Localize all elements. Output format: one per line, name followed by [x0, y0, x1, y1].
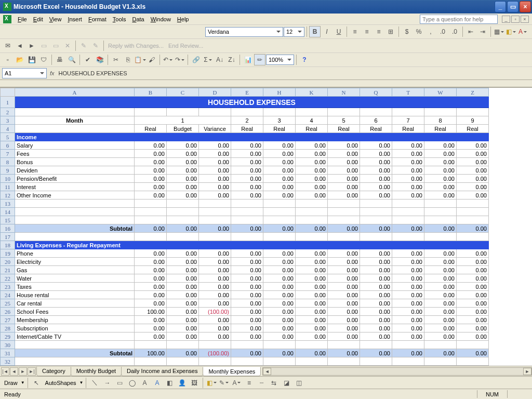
cell[interactable]: Interest — [15, 183, 135, 191]
cell[interactable]: 0.00 — [231, 191, 263, 200]
cell[interactable]: 0.00 — [392, 274, 424, 283]
cell[interactable]: 0.00 — [457, 332, 489, 341]
cell[interactable]: 0.00 — [360, 249, 392, 258]
cell[interactable]: 0.00 — [457, 158, 489, 166]
cell[interactable]: 0.00 — [263, 308, 296, 316]
cell[interactable]: 0.00 — [424, 349, 457, 357]
cell[interactable]: HOUSEHOLD EXPENSES — [15, 97, 489, 108]
bold-button[interactable]: B — [309, 26, 321, 37]
cell[interactable]: Real — [296, 125, 328, 133]
row-header[interactable]: 22 — [1, 274, 15, 283]
row-header[interactable]: 6 — [1, 141, 15, 150]
cell[interactable]: 0.00 — [199, 258, 231, 266]
cell[interactable]: 0.00 — [199, 224, 231, 233]
cell[interactable]: Living Expenses - Regular Repayment — [15, 241, 489, 249]
cell[interactable]: Deviden — [15, 166, 135, 175]
cell[interactable] — [424, 357, 457, 366]
cell[interactable] — [392, 357, 424, 366]
column-header[interactable]: C — [167, 88, 199, 97]
cell[interactable] — [457, 108, 489, 116]
row-header[interactable]: 28 — [1, 324, 15, 332]
row-header[interactable]: 23 — [1, 283, 15, 291]
cell[interactable]: 0.00 — [167, 191, 199, 200]
cell[interactable]: 0.00 — [328, 308, 360, 316]
cell[interactable]: 0.00 — [167, 266, 199, 274]
formula-value[interactable]: HOUSEHOLD EXPENSES — [58, 69, 530, 77]
cell[interactable]: 0.00 — [392, 349, 424, 357]
cell[interactable]: 0.00 — [167, 274, 199, 283]
cell[interactable]: 0.00 — [392, 150, 424, 158]
cell[interactable]: 0.00 — [135, 191, 167, 200]
cell[interactable]: 0.00 — [135, 266, 167, 274]
cell[interactable]: 0.00 — [135, 175, 167, 183]
cell[interactable] — [328, 216, 360, 224]
cell[interactable]: 0.00 — [392, 191, 424, 200]
cell[interactable]: 0.00 — [167, 166, 199, 175]
diagram-button[interactable]: ◧ — [164, 377, 175, 389]
cell[interactable] — [231, 200, 263, 208]
cell[interactable]: 0.00 — [457, 183, 489, 191]
cell[interactable] — [328, 341, 360, 349]
cell[interactable]: 0.00 — [167, 316, 199, 324]
cell[interactable]: 0.00 — [263, 274, 296, 283]
cell[interactable] — [424, 233, 457, 241]
cell[interactable]: 0.00 — [360, 166, 392, 175]
cell[interactable]: 0.00 — [392, 141, 424, 150]
cell[interactable]: 0.00 — [167, 183, 199, 191]
cell[interactable]: 0.00 — [296, 175, 328, 183]
cell[interactable]: 0.00 — [392, 316, 424, 324]
row-header[interactable]: 4 — [1, 125, 15, 133]
cell[interactable]: 0.00 — [296, 166, 328, 175]
font-color-button[interactable]: A — [517, 26, 528, 37]
sheet-tab[interactable]: Category — [36, 367, 71, 376]
cell[interactable]: 0.00 — [231, 349, 263, 357]
cell[interactable]: 5 — [328, 116, 360, 125]
cell[interactable]: 0.00 — [135, 324, 167, 332]
cell[interactable] — [263, 208, 296, 216]
cell[interactable]: 0.00 — [231, 266, 263, 274]
cell[interactable] — [167, 200, 199, 208]
cell[interactable]: 0.00 — [360, 158, 392, 166]
cell[interactable] — [135, 200, 167, 208]
cell[interactable]: Salary — [15, 141, 135, 150]
cell[interactable] — [231, 108, 263, 116]
cell[interactable] — [296, 108, 328, 116]
cell[interactable]: 0.00 — [392, 332, 424, 341]
cell[interactable] — [135, 341, 167, 349]
cell[interactable]: 0.00 — [360, 150, 392, 158]
cell[interactable] — [231, 233, 263, 241]
cell[interactable]: 0.00 — [231, 258, 263, 266]
print-button[interactable]: 🖶 — [54, 54, 65, 65]
cell[interactable]: 0.00 — [457, 224, 489, 233]
cell[interactable]: 0.00 — [424, 249, 457, 258]
menu-help[interactable]: Help — [174, 15, 192, 23]
cell[interactable] — [328, 108, 360, 116]
cell[interactable] — [392, 233, 424, 241]
row-header[interactable]: 8 — [1, 158, 15, 166]
cell[interactable]: Subtotal — [15, 224, 135, 233]
cell[interactable] — [199, 200, 231, 208]
cell[interactable]: 0.00 — [392, 224, 424, 233]
cell[interactable]: 0.00 — [167, 324, 199, 332]
cell[interactable] — [392, 341, 424, 349]
cell[interactable]: 0.00 — [360, 274, 392, 283]
cell[interactable] — [135, 357, 167, 366]
cell[interactable]: 0.00 — [263, 166, 296, 175]
hyperlink-button[interactable]: 🔗 — [190, 54, 202, 65]
menu-format[interactable]: Format — [85, 15, 110, 23]
cell[interactable]: 0.00 — [231, 158, 263, 166]
row-header[interactable]: 26 — [1, 308, 15, 316]
cell[interactable]: 0.00 — [360, 299, 392, 308]
show-all-button[interactable]: ▭ — [50, 40, 61, 51]
cell[interactable] — [15, 357, 135, 366]
cell[interactable] — [263, 200, 296, 208]
cell[interactable]: Membership — [15, 316, 135, 324]
cell[interactable]: 0.00 — [296, 158, 328, 166]
cell[interactable]: 0.00 — [231, 324, 263, 332]
cell[interactable]: 0.00 — [199, 316, 231, 324]
wordart-button[interactable]: A — [151, 377, 163, 389]
cell[interactable]: 0.00 — [199, 141, 231, 150]
cell[interactable]: 0.00 — [360, 324, 392, 332]
cell[interactable]: 0.00 — [328, 249, 360, 258]
cell[interactable]: 0.00 — [328, 283, 360, 291]
